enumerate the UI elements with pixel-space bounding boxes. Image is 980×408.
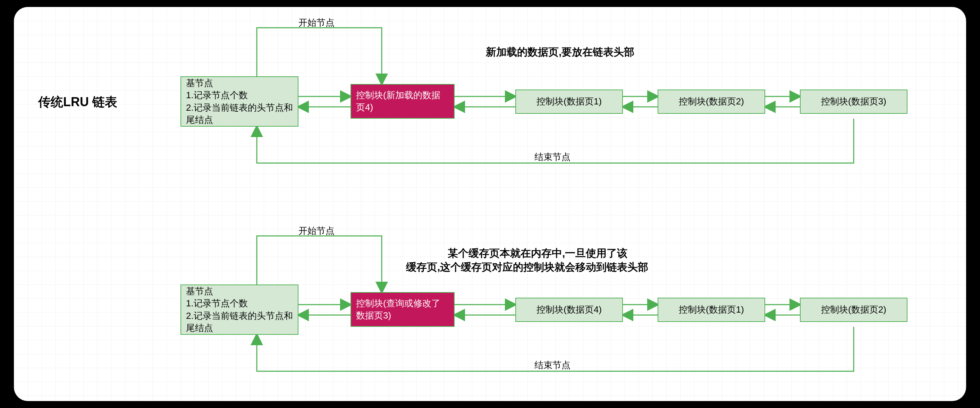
top-node-2: 控制块(数据页2) bbox=[658, 89, 765, 114]
diagram-canvas: 传统LRU 链表 开始节点 新加载的数据页,要放在链表头部 结束节点 基节点 1… bbox=[14, 7, 966, 401]
bottom-caption-1: 某个缓存页本就在内存中,一旦使用了该 bbox=[448, 246, 627, 260]
bottom-caption-2: 缓存页,这个缓存页对应的控制块就会移动到链表头部 bbox=[406, 260, 648, 275]
bottom-start-label: 开始节点 bbox=[298, 225, 334, 237]
top-start-label: 开始节点 bbox=[298, 17, 334, 29]
top-node-3: 控制块(数据页3) bbox=[800, 89, 907, 114]
top-base-node: 基节点 1.记录节点个数 2.记录当前链表的头节点和尾结点 bbox=[180, 76, 298, 127]
top-caption: 新加载的数据页,要放在链表头部 bbox=[486, 45, 634, 59]
bottom-pink-node: 控制块(查询或修改了数据页3) bbox=[350, 292, 455, 327]
bottom-node-3: 控制块(数据页2) bbox=[800, 298, 907, 322]
diagram-title: 传统LRU 链表 bbox=[38, 94, 117, 111]
grid-background bbox=[14, 7, 966, 401]
top-pink-node: 控制块(新加载的数据页4) bbox=[350, 84, 455, 119]
bottom-node-1: 控制块(数据页4) bbox=[515, 298, 623, 322]
top-end-label: 结束节点 bbox=[535, 151, 571, 163]
bottom-base-node: 基节点 1.记录节点个数 2.记录当前链表的头节点和尾结点 bbox=[180, 284, 298, 335]
bottom-node-2: 控制块(数据页1) bbox=[658, 298, 765, 322]
bottom-end-label: 结束节点 bbox=[535, 359, 571, 371]
top-node-1: 控制块(数据页1) bbox=[515, 89, 623, 114]
